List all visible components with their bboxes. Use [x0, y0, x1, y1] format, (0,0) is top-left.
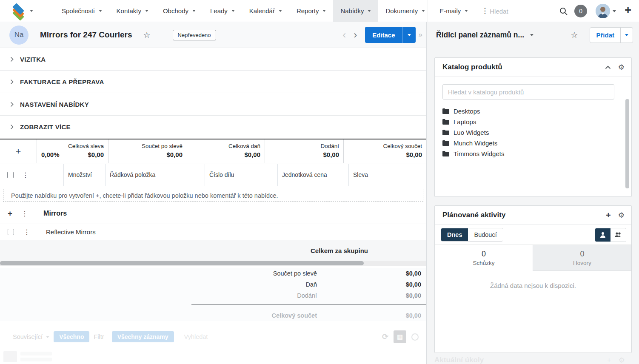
kebab-icon[interactable]: ⋮	[22, 171, 29, 179]
add-dropdown-toggle[interactable]	[620, 28, 633, 43]
chevron-down-icon[interactable]	[613, 10, 616, 12]
grid-view-button[interactable]: ▦	[394, 330, 406, 343]
app-logo-icon	[11, 5, 26, 17]
horizontal-scrollbar[interactable]	[0, 261, 426, 266]
toggle-future[interactable]: Budoucí	[468, 228, 502, 241]
app-window: Společnosti Kontakty Obchody Leady Kalen…	[0, 0, 639, 364]
panel-collapse-icon[interactable]: »	[419, 31, 422, 39]
section-zobrazit-vice[interactable]: ZOBRAZIT VÍCE	[0, 116, 426, 138]
column-discount: Sleva	[349, 164, 426, 186]
folder-luo-widgets[interactable]: Luo Widgets	[442, 127, 614, 138]
section-vizitka[interactable]: VIZITKA	[0, 48, 426, 71]
activities-tabs: 0 Schůzky 0 Hovory	[435, 245, 631, 271]
total-value: $0,00	[113, 151, 183, 158]
person-photo-icon	[596, 4, 610, 18]
calls-count: 0	[580, 250, 584, 259]
global-search-input[interactable]	[490, 8, 558, 15]
column-line-item: Řádková položka	[106, 164, 205, 186]
all-users-button[interactable]	[610, 228, 626, 242]
filter-label: Filtr	[94, 333, 104, 340]
nav-item-obchody[interactable]: Obchody	[156, 0, 203, 22]
folder-icon	[442, 119, 449, 125]
chevron-up-icon[interactable]	[605, 65, 611, 69]
notification-badge[interactable]: 0	[574, 5, 587, 17]
user-avatar[interactable]	[596, 4, 610, 18]
chevron-down-icon	[145, 10, 148, 12]
nav-item-leady[interactable]: Leady	[203, 0, 242, 22]
refresh-icon[interactable]: ⟳	[382, 332, 388, 341]
filter-all-pill[interactable]: Všechno	[54, 331, 89, 342]
quick-add-button[interactable]: +	[616, 4, 639, 19]
edit-button-label[interactable]: Editace	[365, 27, 402, 43]
total-label: Celkový součet	[348, 143, 422, 149]
favorite-star-icon[interactable]: ☆	[143, 30, 150, 40]
edit-dropdown-toggle[interactable]	[402, 27, 416, 43]
toggle-today[interactable]: Dnes	[441, 228, 468, 241]
kebab-icon[interactable]: ⋮	[23, 228, 30, 236]
chevron-right-icon	[10, 124, 14, 130]
circle-icon[interactable]	[411, 333, 419, 341]
gear-icon[interactable]: ⚙	[618, 63, 625, 72]
group-add-button[interactable]: +	[8, 209, 12, 218]
my-activities-button[interactable]	[595, 228, 610, 242]
nav-item-nabidky[interactable]: Nabídky	[333, 0, 378, 22]
row-checkbox[interactable]	[8, 229, 14, 235]
folder-laptops[interactable]: Laptops	[442, 117, 614, 127]
nav-item-label: Obchody	[163, 7, 188, 14]
app-menu-button[interactable]	[0, 0, 39, 22]
filter-records-pill[interactable]: Všechny záznamy	[112, 331, 174, 342]
item-group-row: + ⋮ Mirrors	[0, 203, 426, 224]
summary-label: Dodání	[0, 292, 317, 299]
record-title: Mirrors for 247 Couriers	[40, 30, 132, 40]
gear-icon[interactable]: ⚙	[618, 211, 625, 220]
chevron-down-icon[interactable]	[530, 34, 533, 36]
calls-label: Hovory	[573, 260, 591, 266]
chevron-down-icon	[465, 10, 468, 12]
ghost-card-title: Aktuální úkoly	[434, 356, 484, 364]
chevron-down-icon	[625, 34, 628, 36]
related-label[interactable]: Související	[13, 333, 43, 340]
search-icon[interactable]	[559, 7, 568, 15]
nav-item-spolecnosti[interactable]: Společnosti	[54, 0, 109, 22]
folder-desktops[interactable]: Desktops	[442, 106, 614, 117]
related-search-label[interactable]: Vyhledat	[184, 333, 208, 340]
section-label: ZOBRAZIT VÍCE	[20, 123, 71, 131]
previous-record-icon[interactable]: ‹	[339, 30, 350, 40]
nav-item-emaily[interactable]: E-maily	[432, 0, 475, 22]
dashboard-header: Řídicí panel záznamů n... ☆ Přidat	[427, 22, 639, 48]
folder-munch-widgets[interactable]: Munch Widgets	[442, 138, 614, 148]
chevron-down-icon	[368, 10, 371, 12]
tab-meetings[interactable]: 0 Schůzky	[435, 245, 533, 271]
select-all-checkbox[interactable]	[7, 172, 14, 178]
chevron-down-icon	[408, 34, 411, 36]
scrollbar-thumb[interactable]	[0, 261, 364, 265]
section-fakturace[interactable]: FAKTURACE A PŘEPRAVA	[0, 71, 426, 93]
section-nastaveni[interactable]: NASTAVENÍ NABÍDKY	[0, 93, 426, 116]
nav-item-kontakty[interactable]: Kontakty	[109, 0, 156, 22]
detail-sections: VIZITKA FAKTURACE A PŘEPRAVA NASTAVENÍ N…	[0, 48, 426, 138]
catalog-search-input[interactable]	[442, 84, 614, 100]
select-all-cell	[0, 164, 20, 186]
nav-item-kalendar[interactable]: Kalendář	[242, 0, 289, 22]
tab-calls[interactable]: 0 Hovory	[533, 245, 631, 271]
add-split-button[interactable]: Přidat	[590, 27, 633, 43]
status-badge: Nepřevedeno	[173, 30, 216, 40]
add-line-item-button[interactable]: +	[0, 139, 37, 163]
nav-item-dokumenty[interactable]: Dokumenty	[378, 0, 432, 22]
kebab-icon[interactable]: ⋮	[21, 210, 28, 218]
edit-split-button[interactable]: Editace	[365, 27, 415, 43]
summary-total-value: $0,00	[317, 312, 421, 319]
total-subtotal-cell: Součet po slevě $0,00	[108, 139, 187, 163]
dashboard-title[interactable]: Řídicí panel záznamů n...	[436, 31, 524, 40]
group-name: Mirrors	[43, 210, 67, 217]
add-button-label[interactable]: Přidat	[590, 28, 620, 43]
vertical-scrollbar[interactable]	[625, 99, 629, 188]
nav-item-label: Společnosti	[62, 7, 95, 14]
folder-name: Desktops	[454, 108, 480, 115]
nav-item-label: Nabídky	[340, 7, 364, 14]
next-record-icon[interactable]: ›	[350, 30, 361, 40]
folder-timmons-widgets[interactable]: Timmons Widgets	[442, 148, 614, 159]
nav-item-reporty[interactable]: Reporty	[289, 0, 334, 22]
plus-icon[interactable]: +	[606, 210, 611, 220]
favorite-star-icon[interactable]: ☆	[571, 30, 578, 40]
